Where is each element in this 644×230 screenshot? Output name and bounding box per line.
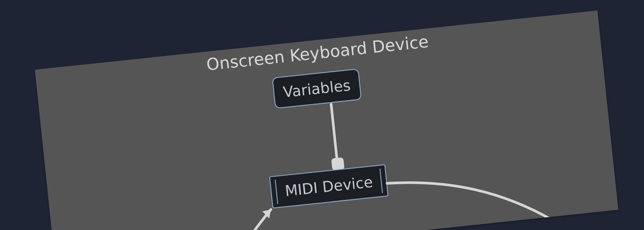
node-variables[interactable]: Variables bbox=[272, 68, 362, 109]
node-label: MIDI Device bbox=[284, 173, 374, 200]
node-midi-device[interactable]: MIDI Device bbox=[269, 164, 389, 209]
device-panel[interactable]: Onscreen Keyboard Device Variables MIDI … bbox=[35, 10, 618, 230]
diagram-canvas: Onscreen Keyboard Device Variables MIDI … bbox=[0, 0, 644, 230]
node-label: Variables bbox=[282, 76, 352, 101]
port-left-icon bbox=[275, 180, 278, 204]
port-right-icon bbox=[379, 169, 383, 193]
